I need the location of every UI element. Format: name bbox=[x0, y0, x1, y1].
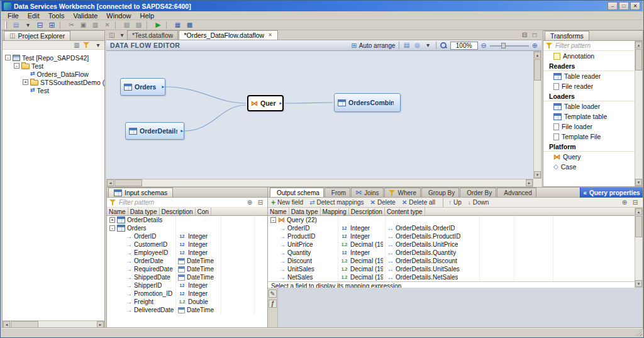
input-schema-row[interactable]: OrderDetails bbox=[107, 216, 267, 224]
transform-item[interactable]: Template table bbox=[543, 111, 635, 121]
tree-expander-icon[interactable] bbox=[270, 217, 276, 223]
output-toolbar-button[interactable]: Up bbox=[443, 198, 462, 207]
output-port-icon[interactable] bbox=[180, 128, 183, 133]
output-port-icon[interactable] bbox=[279, 101, 282, 106]
node-orders[interactable]: Orders bbox=[120, 78, 165, 96]
zoom-slider[interactable] bbox=[490, 42, 529, 49]
input-schema-row[interactable]: Promotion_ID Integer bbox=[107, 290, 267, 298]
monitor-icon[interactable] bbox=[184, 21, 195, 30]
zoom-slider-thumb[interactable] bbox=[501, 43, 506, 48]
toolbar-grip[interactable] bbox=[5, 21, 7, 29]
collapse-panels-icon[interactable] bbox=[133, 21, 144, 30]
transforms-vscrollbar[interactable] bbox=[635, 41, 643, 186]
menu-item[interactable]: Tools bbox=[44, 11, 69, 20]
new-file-icon[interactable] bbox=[11, 21, 21, 30]
scroll-left-icon[interactable] bbox=[3, 321, 10, 328]
cut-icon[interactable] bbox=[66, 21, 77, 30]
menu-down-icon[interactable] bbox=[118, 31, 126, 39]
tree-expander-icon[interactable] bbox=[5, 55, 11, 60]
resize-grip[interactable] bbox=[635, 329, 642, 336]
column-header[interactable]: Content type bbox=[385, 208, 425, 215]
input-schema-row[interactable]: ShippedDate DateTime bbox=[107, 273, 267, 281]
node-orderdetails[interactable]: OrderDetails bbox=[125, 122, 184, 140]
column-header[interactable]: Description bbox=[160, 208, 196, 215]
column-header[interactable]: Data type bbox=[128, 208, 160, 215]
scroll-thumb[interactable] bbox=[11, 321, 38, 328]
input-schema-row[interactable]: OrderID Integer bbox=[107, 232, 267, 240]
input-schema-row[interactable]: RequiredDate DateTime bbox=[107, 265, 267, 273]
scroll-right-icon[interactable] bbox=[97, 321, 104, 328]
output-field-row[interactable]: UnitSales Decimal (19, 2) OrderDetails.U… bbox=[268, 265, 643, 273]
output-field-row[interactable]: Quantity Integer OrderDetails.Quantity bbox=[268, 249, 643, 257]
close-tab-icon[interactable] bbox=[267, 33, 273, 38]
copy-icon[interactable] bbox=[78, 21, 89, 30]
tree-expander-icon[interactable] bbox=[109, 225, 115, 231]
scroll-thumb[interactable] bbox=[534, 59, 541, 81]
canvas-hscrollbar[interactable] bbox=[106, 179, 533, 187]
editor-tab[interactable]: *Test.dataflow bbox=[127, 30, 178, 40]
editor-tab[interactable]: *Orders_DataFlow.dataflow bbox=[179, 30, 278, 40]
transform-item[interactable]: Template File bbox=[543, 132, 635, 142]
expression-area[interactable] bbox=[278, 288, 643, 329]
query-editor-tab[interactable]: Advanced bbox=[497, 188, 536, 197]
input-schema-row[interactable]: Orders bbox=[107, 224, 267, 232]
query-editor-tab[interactable]: Joins bbox=[351, 188, 383, 197]
filter-icon[interactable] bbox=[83, 42, 92, 49]
dropdown-icon[interactable] bbox=[23, 21, 33, 30]
sep[interactable] bbox=[147, 21, 150, 29]
scroll-up-icon[interactable] bbox=[635, 208, 642, 215]
menu-item[interactable]: Validate bbox=[69, 11, 102, 20]
zoom-level-input[interactable]: 100% bbox=[450, 42, 478, 50]
data-view-icon[interactable] bbox=[172, 21, 183, 30]
thumbnail-icon[interactable] bbox=[108, 31, 116, 39]
menu-item[interactable]: File bbox=[3, 11, 23, 20]
transform-item[interactable]: Case bbox=[543, 162, 635, 172]
output-field-row[interactable]: Discount Decimal (19, 10) OrderDetails.D… bbox=[268, 257, 643, 265]
output-field-row[interactable]: NetSales Decimal (19, 2) OrderDetails.Ne… bbox=[268, 273, 643, 281]
column-header[interactable]: Name bbox=[268, 208, 289, 215]
select-zoom-icon[interactable] bbox=[413, 42, 422, 50]
tree-expander-icon[interactable] bbox=[14, 63, 19, 69]
edit-icon[interactable] bbox=[269, 290, 277, 298]
query-editor-tab[interactable]: Where bbox=[384, 188, 421, 197]
transform-item[interactable]: File reader bbox=[543, 81, 635, 91]
column-header[interactable]: Description bbox=[349, 208, 385, 215]
transform-item[interactable]: Query bbox=[543, 152, 635, 162]
expand-all-icon[interactable] bbox=[245, 199, 254, 206]
output-toolbar-button[interactable]: New field bbox=[271, 198, 303, 207]
expand-panels-icon[interactable] bbox=[121, 21, 132, 30]
input-schema-row[interactable]: DeliveredDate DateTime bbox=[107, 306, 267, 314]
output-toolbar-button[interactable]: Delete bbox=[370, 198, 396, 207]
paste-icon[interactable] bbox=[90, 21, 101, 30]
scroll-thumb[interactable] bbox=[114, 179, 142, 186]
output-field-row[interactable]: OrderID Integer OrderDetails.OrderID bbox=[268, 224, 643, 232]
zoom-in-icon[interactable] bbox=[532, 42, 538, 49]
tree-item[interactable]: Test bbox=[3, 62, 104, 70]
tree-item[interactable]: Orders_DataFlow bbox=[3, 70, 104, 78]
input-schema-row[interactable]: ShipperID Integer bbox=[107, 281, 267, 290]
scroll-thumb[interactable] bbox=[635, 216, 642, 237]
scroll-right-icon[interactable] bbox=[526, 179, 533, 186]
scroll-up-icon[interactable] bbox=[635, 42, 642, 48]
save-all-icon[interactable] bbox=[47, 21, 57, 30]
menu-down-icon[interactable] bbox=[94, 42, 103, 49]
sep[interactable] bbox=[60, 21, 64, 29]
input-schema-row[interactable]: Freight Double bbox=[107, 298, 267, 306]
minimize-button[interactable] bbox=[608, 2, 618, 10]
scroll-down-icon[interactable] bbox=[635, 280, 642, 287]
column-header[interactable]: Mapping bbox=[321, 208, 349, 215]
delete-icon[interactable] bbox=[102, 21, 113, 30]
column-header[interactable]: Con bbox=[196, 208, 211, 215]
tree-item[interactable]: Test [Repo_SAPDS42] bbox=[3, 54, 104, 62]
scroll-left-icon[interactable] bbox=[107, 179, 114, 186]
transform-item[interactable]: Annotation bbox=[543, 51, 635, 61]
save-icon[interactable] bbox=[35, 21, 45, 30]
column-header[interactable]: Data type bbox=[289, 208, 321, 215]
tree-expander-icon[interactable] bbox=[23, 79, 28, 85]
menu-item[interactable]: Window bbox=[102, 11, 135, 20]
function-icon[interactable] bbox=[269, 300, 277, 308]
transform-item[interactable]: Table loader bbox=[543, 101, 635, 111]
input-schema-row[interactable]: CustomerID Integer bbox=[107, 240, 267, 249]
transform-item[interactable]: Loaders bbox=[543, 91, 635, 101]
expand-all-icon[interactable] bbox=[620, 199, 629, 206]
